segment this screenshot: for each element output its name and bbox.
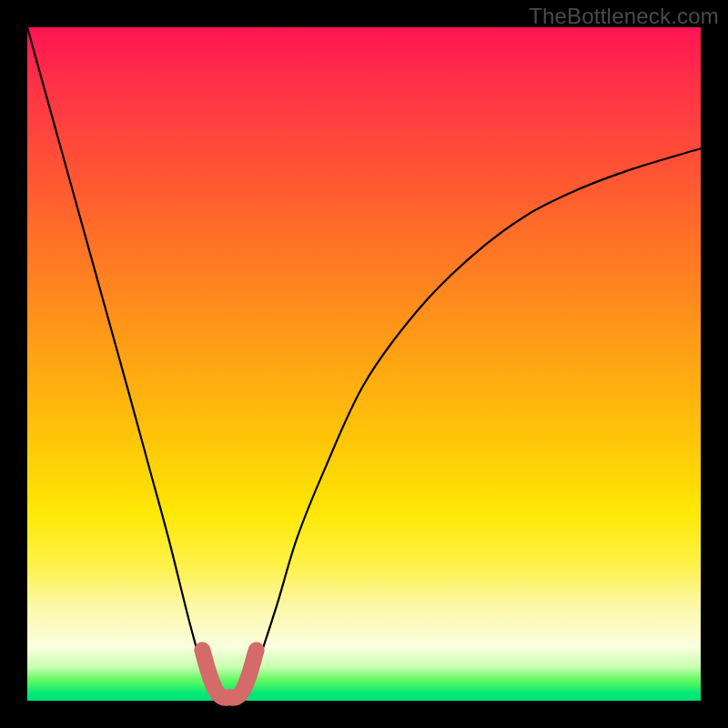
chart-frame: TheBottleneck.com: [0, 0, 728, 728]
plot-area: [27, 27, 701, 701]
optimal-marker: [202, 651, 256, 698]
bottleneck-curve: [27, 27, 701, 702]
chart-svg: [27, 27, 701, 701]
watermark-text: TheBottleneck.com: [529, 4, 719, 29]
